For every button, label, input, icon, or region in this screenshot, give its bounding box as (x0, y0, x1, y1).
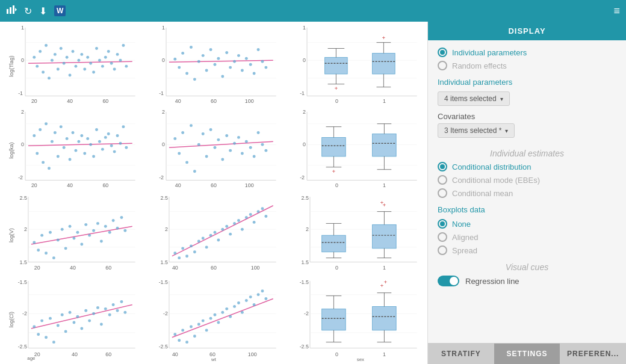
main-content: 1 0 -1 20 40 60 log(Tlag) (0, 22, 626, 364)
svg-point-39 (98, 59, 101, 62)
svg-point-32 (77, 59, 80, 62)
conditional-mean-option[interactable]: Conditional mean (438, 188, 616, 198)
svg-text:2: 2 (21, 109, 24, 115)
svg-rect-101 (373, 53, 395, 74)
svg-point-338 (88, 319, 91, 322)
svg-point-123 (36, 152, 39, 155)
svg-point-20 (42, 71, 45, 74)
svg-point-345 (116, 309, 119, 312)
random-effects-option[interactable]: Random effects (438, 61, 616, 70)
svg-text:60: 60 (211, 183, 217, 189)
aligned-radio[interactable] (438, 232, 447, 242)
svg-point-68 (202, 54, 205, 57)
stratify-button[interactable]: STRATIFY (428, 344, 494, 364)
svg-point-127 (48, 167, 51, 170)
conditional-distribution-radio[interactable] (438, 162, 447, 171)
svg-point-282 (253, 220, 256, 223)
download-icon[interactable]: ⬇ (39, 5, 47, 17)
svg-point-139 (83, 152, 86, 155)
svg-point-244 (104, 224, 107, 227)
svg-text:-1.5: -1.5 (300, 279, 309, 285)
svg-point-227 (37, 248, 40, 251)
svg-point-243 (100, 239, 103, 242)
svg-rect-206 (373, 134, 397, 157)
svg-text:1: 1 (303, 25, 306, 31)
svg-point-145 (101, 148, 104, 151)
svg-point-175 (209, 128, 212, 131)
svg-point-380 (249, 295, 252, 298)
svg-text:log(V): log(V) (8, 228, 14, 242)
svg-rect-2 (13, 5, 14, 14)
word-icon[interactable]: W (54, 5, 66, 16)
svg-point-325 (37, 333, 40, 336)
svg-point-170 (190, 124, 193, 127)
svg-line-323 (31, 304, 132, 329)
covariates-dropdown[interactable]: 3 Items selected * (438, 123, 515, 138)
svg-text:100: 100 (248, 351, 257, 357)
svg-point-33 (80, 53, 83, 56)
boxplots-data-title: Boxplots data (438, 205, 616, 214)
refresh-icon[interactable]: ↻ (24, 5, 32, 17)
svg-point-187 (257, 131, 260, 134)
individual-parameters-radio[interactable] (438, 48, 447, 57)
individual-parameters-option[interactable]: Individual parameters (438, 48, 616, 57)
svg-point-131 (60, 125, 63, 128)
regression-line-toggle[interactable] (438, 276, 459, 286)
svg-point-366 (193, 335, 196, 338)
svg-point-328 (49, 316, 52, 319)
svg-point-72 (217, 57, 220, 60)
spread-radio[interactable] (438, 245, 447, 255)
svg-point-334 (73, 321, 76, 324)
conditional-mean-radio[interactable] (438, 188, 447, 198)
conditional-mode-option[interactable]: Conditional mode (EBEs) (438, 175, 616, 185)
svg-point-152 (122, 125, 125, 128)
individual-params-dropdown[interactable]: 4 items selected (438, 91, 510, 106)
svg-point-278 (237, 218, 240, 221)
svg-text:60: 60 (211, 265, 217, 271)
conditional-distribution-option[interactable]: Conditional distribution (438, 162, 616, 171)
random-effects-radio[interactable] (438, 61, 447, 70)
svg-rect-200 (322, 138, 346, 157)
svg-point-75 (229, 66, 232, 69)
conditional-mean-label: Conditional mean (452, 189, 513, 198)
svg-point-337 (84, 309, 87, 312)
svg-point-188 (261, 143, 264, 146)
svg-point-371 (214, 313, 217, 316)
none-label: None (452, 220, 471, 229)
conditional-mode-radio[interactable] (438, 175, 447, 185)
svg-point-183 (241, 152, 244, 155)
svg-point-384 (264, 297, 267, 300)
svg-point-174 (205, 155, 208, 158)
svg-point-240 (88, 233, 91, 236)
svg-text:0: 0 (303, 141, 306, 147)
svg-point-373 (221, 311, 224, 314)
svg-text:2: 2 (165, 226, 168, 232)
svg-point-169 (185, 161, 188, 164)
svg-point-326 (40, 319, 43, 322)
spread-option[interactable]: Spread (438, 245, 616, 255)
svg-point-71 (214, 63, 217, 66)
svg-text:1.5: 1.5 (161, 259, 168, 265)
svg-point-324 (33, 325, 36, 328)
svg-point-265 (185, 254, 188, 258)
svg-point-339 (92, 312, 95, 315)
svg-point-267 (193, 250, 196, 253)
svg-text:0: 0 (335, 265, 338, 271)
menu-icon[interactable]: ≡ (613, 5, 620, 17)
svg-point-23 (51, 59, 54, 62)
svg-point-249 (123, 229, 126, 232)
svg-text:-2.5: -2.5 (300, 343, 309, 349)
settings-button[interactable]: SETTINGS (494, 344, 560, 364)
none-option[interactable]: None (438, 219, 616, 229)
svg-point-146 (104, 136, 107, 139)
svg-point-153 (125, 146, 128, 149)
svg-point-122 (33, 134, 36, 137)
preferences-button[interactable]: PREFEREN... (560, 344, 626, 364)
chart-icon[interactable] (6, 4, 17, 17)
svg-point-284 (261, 207, 264, 210)
aligned-option[interactable]: Aligned (438, 232, 616, 242)
svg-text:20: 20 (34, 265, 40, 271)
svg-point-368 (202, 319, 205, 322)
none-radio[interactable] (438, 219, 447, 229)
svg-point-378 (241, 311, 244, 314)
